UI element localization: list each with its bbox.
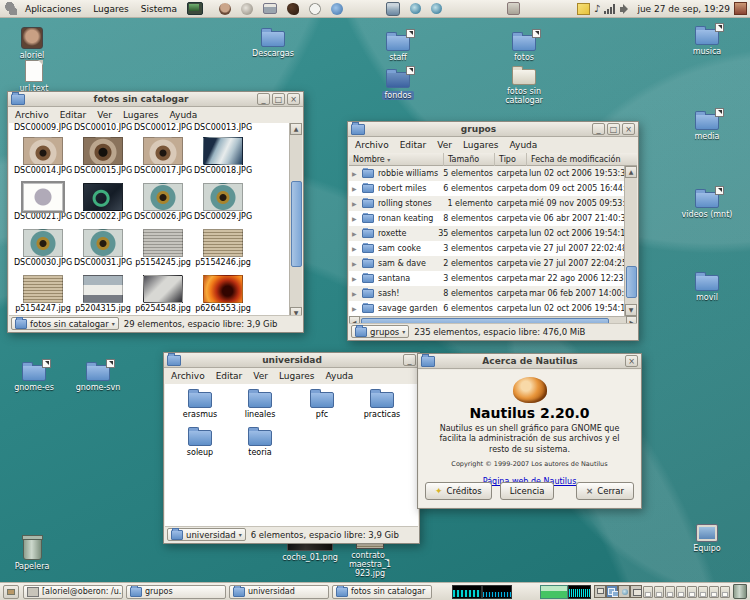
- package-launcher-icon[interactable]: [507, 2, 520, 15]
- trash-applet-icon[interactable]: [733, 584, 747, 599]
- folder-item[interactable]: pfc: [293, 392, 351, 419]
- menu-lugares[interactable]: Lugares: [463, 140, 499, 150]
- desktop-icon-staff[interactable]: staff: [372, 35, 424, 62]
- menu-editar[interactable]: Editar: [60, 110, 87, 120]
- expander-icon[interactable]: ▶: [352, 196, 357, 211]
- table-row[interactable]: ▶robbie williams5 elementoscarpetalun 02…: [349, 166, 624, 181]
- desktop-icon-fotos-sin-catalogar[interactable]: fotos sin catalogar: [495, 69, 553, 105]
- table-row[interactable]: ▶sam & dave2 elementoscarpetavie 27 jul …: [349, 256, 624, 271]
- table-row[interactable]: ▶ronan keating8 elementoscarpetavie 06 a…: [349, 211, 624, 226]
- icon-view[interactable]: DSC00009.JPG DSC00010.JPG DSC00012.JPG D…: [9, 123, 302, 319]
- file-item[interactable]: p5154246.jpg: [193, 229, 253, 267]
- icon-view[interactable]: erasmus lineales pfc practicas soleup te…: [165, 384, 418, 530]
- vertical-scrollbar[interactable]: ▲ ▼: [624, 166, 637, 316]
- menu-archivo[interactable]: Archivo: [355, 140, 389, 150]
- desktop-icon-videos-mnt[interactable]: videos (mnt): [676, 192, 738, 219]
- workspace-3[interactable]: [618, 585, 630, 598]
- mail-launcher-icon[interactable]: [287, 3, 299, 15]
- menu-ver[interactable]: Ver: [253, 371, 268, 381]
- task-button-grupos[interactable]: grupos: [126, 585, 226, 599]
- file-item[interactable]: DSC00018.JPG: [193, 137, 253, 175]
- memory-monitor-graph[interactable]: [540, 585, 568, 599]
- titlebar[interactable]: fotos sin catalogar _ □ ×: [8, 92, 303, 107]
- window-list-button[interactable]: [687, 586, 697, 598]
- file-item[interactable]: DSC00017.JPG: [133, 137, 193, 175]
- table-row[interactable]: ▶sam cooke3 elementoscarpetavie 27 jul 2…: [349, 241, 624, 256]
- expander-icon[interactable]: ▶: [352, 286, 357, 301]
- close-button[interactable]: ×: [622, 123, 635, 135]
- desktop-icon-papelera[interactable]: Papelera: [10, 537, 54, 571]
- menu-editar[interactable]: Editar: [216, 371, 243, 381]
- table-row[interactable]: ▶roxette35 elementoscarpetalun 02 oct 20…: [349, 226, 624, 241]
- workspace-4[interactable]: [630, 585, 642, 598]
- scroll-down-icon[interactable]: ▼: [625, 304, 637, 316]
- location-dropdown[interactable]: fotos sin catalogar ▾: [11, 317, 119, 330]
- minimize-button[interactable]: _: [403, 354, 416, 366]
- desktop-icon-media[interactable]: media: [681, 114, 733, 141]
- titlebar[interactable]: Acerca de Nautilus ×: [418, 354, 641, 369]
- show-desktop-button[interactable]: [3, 585, 19, 599]
- menu-sistema[interactable]: Sistema: [135, 4, 183, 14]
- folder-item[interactable]: practicas: [353, 392, 411, 419]
- file-item[interactable]: DSC00030.JPG: [13, 229, 73, 267]
- menu-editar[interactable]: Editar: [400, 140, 427, 150]
- menu-lugares[interactable]: Lugares: [87, 4, 135, 14]
- scroll-up-icon[interactable]: ▲: [625, 166, 637, 178]
- file-item-selected[interactable]: DSC00021.JPG: [13, 183, 73, 221]
- window-selector-icon[interactable]: [734, 2, 747, 15]
- desktop-icon-descargas[interactable]: Descargas: [247, 31, 299, 58]
- menu-ayuda[interactable]: Ayuda: [170, 110, 198, 120]
- file-item[interactable]: DSC00022.JPG: [73, 183, 133, 221]
- desktop-icon-url-text[interactable]: url.text: [12, 60, 56, 93]
- file-item[interactable]: p5154247.jpg: [13, 275, 73, 313]
- scrollbar-thumb[interactable]: [626, 266, 637, 298]
- scrollbar-thumb[interactable]: [291, 181, 302, 267]
- expander-icon[interactable]: ▶: [352, 241, 357, 256]
- window-list-button[interactable]: [665, 586, 675, 598]
- desktop-icon-gnome-es[interactable]: gnome-es: [8, 365, 60, 392]
- menu-lugares[interactable]: Lugares: [279, 371, 315, 381]
- window-list-button[interactable]: [709, 586, 719, 598]
- desktop-icon-aloriel[interactable]: aloriel: [10, 27, 54, 60]
- browser2-launcher-icon[interactable]: [431, 3, 442, 14]
- folder-item[interactable]: soleup: [171, 430, 229, 457]
- expander-icon[interactable]: ▶: [352, 166, 357, 181]
- file-item[interactable]: DSC00026.JPG: [133, 183, 193, 221]
- signal-strength-icon[interactable]: [604, 4, 615, 14]
- folder-item[interactable]: erasmus: [171, 392, 229, 419]
- expander-icon[interactable]: ▶: [352, 256, 357, 271]
- vertical-scrollbar[interactable]: ▲ ▼: [289, 123, 302, 319]
- menu-archivo[interactable]: Archivo: [15, 110, 49, 120]
- menu-ver[interactable]: Ver: [97, 110, 112, 120]
- maximize-button[interactable]: □: [272, 93, 285, 105]
- menu-aplicaciones[interactable]: Aplicaciones: [19, 4, 87, 14]
- menu-lugares[interactable]: Lugares: [123, 110, 159, 120]
- scroll-up-icon[interactable]: ▲: [290, 123, 302, 135]
- table-row[interactable]: ▶santana3 elementoscarpetamar 22 ago 200…: [349, 271, 624, 286]
- minimize-button[interactable]: _: [257, 93, 270, 105]
- task-button-fotos[interactable]: fotos sin catalogar: [332, 585, 432, 599]
- panel-clock[interactable]: jue 27 de sep, 19:29: [637, 4, 730, 14]
- window-list-button[interactable]: [698, 586, 708, 598]
- file-item[interactable]: p6254548.jpg: [133, 275, 193, 313]
- titlebar[interactable]: universidad _: [164, 353, 419, 368]
- location-dropdown[interactable]: grupos ▾: [351, 325, 409, 338]
- file-item[interactable]: DSC00031.JPG: [73, 229, 133, 267]
- menu-ayuda[interactable]: Ayuda: [510, 140, 538, 150]
- archive-launcher-icon[interactable]: [386, 2, 400, 16]
- table-row[interactable]: ▶rolling stones1 elementocarpetamié 09 n…: [349, 196, 624, 211]
- close-dialog-button[interactable]: ×Cerrar: [576, 482, 634, 500]
- column-nombre[interactable]: Nombre ▾: [349, 153, 444, 166]
- license-button[interactable]: Licencia: [500, 482, 555, 500]
- printer-launcher-icon[interactable]: [263, 3, 277, 14]
- expander-icon[interactable]: ▶: [352, 211, 357, 226]
- browser-launcher-icon[interactable]: [410, 3, 421, 14]
- desktop-icon-equipo[interactable]: Equipo: [683, 524, 731, 553]
- file-item[interactable]: p5154245.jpg: [133, 229, 193, 267]
- table-row[interactable]: ▶sash!8 elementoscarpetamar 06 feb 2007 …: [349, 286, 624, 301]
- gnome-menu-icon[interactable]: [5, 2, 17, 15]
- file-item[interactable]: p6264553.jpg: [193, 275, 253, 313]
- window-list-button[interactable]: [643, 586, 653, 598]
- menu-ver[interactable]: Ver: [437, 140, 452, 150]
- notes-tray-icon[interactable]: [577, 3, 590, 15]
